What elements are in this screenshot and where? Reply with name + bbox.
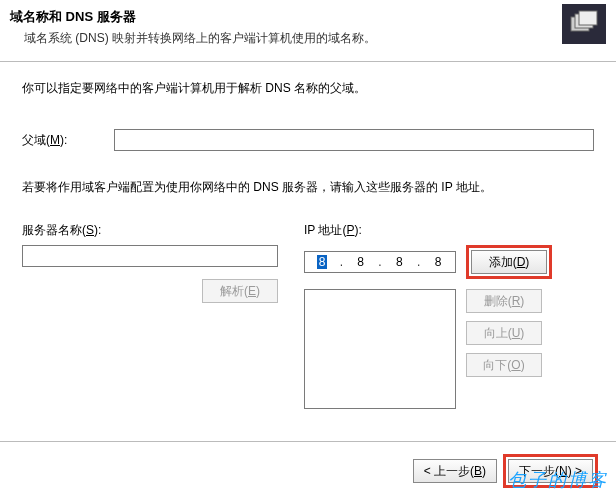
ip-label: IP 地址(P): (304, 222, 594, 239)
down-button[interactable]: 向下(O) (466, 353, 542, 377)
page-subtitle: 域名系统 (DNS) 映射并转换网络上的客户端计算机使用的域名称。 (10, 30, 376, 47)
server-name-column: 服务器名称(S): 解析(E) (22, 222, 300, 409)
ip-column: IP 地址(P): 8 . 8 . 8 . 8 添加(D) 删除(R (300, 222, 594, 409)
header: 域名称和 DNS 服务器 域名系统 (DNS) 映射并转换网络上的客户端计算机使… (0, 0, 616, 47)
server-name-label: 服务器名称(S): (22, 222, 300, 239)
header-text: 域名称和 DNS 服务器 域名系统 (DNS) 映射并转换网络上的客户端计算机使… (10, 6, 376, 47)
up-button[interactable]: 向上(U) (466, 321, 542, 345)
page-title: 域名称和 DNS 服务器 (10, 8, 376, 26)
ip-octet-1[interactable]: 8 (311, 255, 333, 269)
add-button-highlight: 添加(D) (466, 245, 552, 279)
server-name-input[interactable] (22, 245, 278, 267)
ip-octet-2[interactable]: 8 (350, 255, 372, 269)
list-buttons: 删除(R) 向上(U) 向下(O) (466, 289, 542, 409)
instruction-text: 若要将作用域客户端配置为使用你网络中的 DNS 服务器，请输入这些服务器的 IP… (22, 179, 594, 196)
parent-domain-row: 父域(M): (22, 129, 594, 151)
remove-button[interactable]: 删除(R) (466, 289, 542, 313)
svg-rect-2 (579, 11, 597, 25)
folders-icon (562, 4, 606, 44)
intro-text: 你可以指定要网络中的客户端计算机用于解析 DNS 名称的父域。 (22, 80, 594, 97)
ip-octet-3[interactable]: 8 (388, 255, 410, 269)
add-button[interactable]: 添加(D) (471, 250, 547, 274)
ip-octet-4[interactable]: 8 (427, 255, 449, 269)
resolve-button[interactable]: 解析(E) (202, 279, 278, 303)
back-button[interactable]: < 上一步(B) (413, 459, 497, 483)
parent-domain-input[interactable] (114, 129, 594, 151)
content-area: 你可以指定要网络中的客户端计算机用于解析 DNS 名称的父域。 父域(M): 若… (0, 62, 616, 409)
watermark-text: 包子的博客 (508, 468, 608, 492)
parent-domain-label: 父域(M): (22, 132, 114, 149)
ip-listbox[interactable] (304, 289, 456, 409)
ip-address-input[interactable]: 8 . 8 . 8 . 8 (304, 251, 456, 273)
